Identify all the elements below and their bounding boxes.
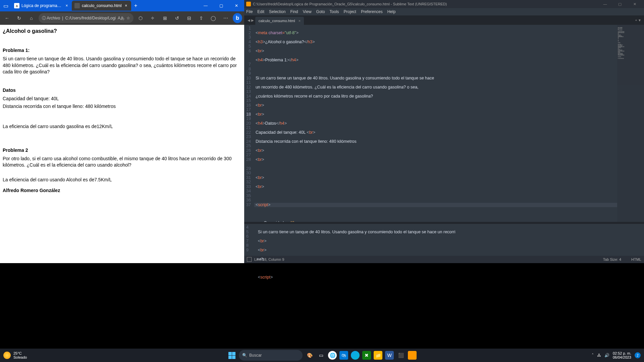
reload-button[interactable]: ↻ [14,13,24,23]
volume-icon[interactable]: 🔊 [604,353,609,358]
problem1-heading: Problema 1: [3,48,241,53]
url-text: C:/Users/fredd/Desktop/Logica... [65,16,116,20]
menu-preferences[interactable]: Preferences [361,9,383,14]
store-icon[interactable]: 🛍 [339,351,348,360]
edge-toolbar: ← ↻ ⌂ ⓘ Archivo | C:/Users/fredd/Desktop… [0,11,244,25]
xbox-icon[interactable]: ✖ [362,351,371,360]
task-view-icon[interactable]: ▭ [317,351,325,360]
tab-favicon: a [14,3,19,8]
edge-icon[interactable] [351,351,360,360]
address-bar[interactable]: ⓘ Archivo | C:/Users/fredd/Desktop/Logic… [39,13,134,23]
code-area[interactable]: 123456 789101112131415161718192021222324… [244,25,644,222]
resultado-alcohol: La eficiencia del carro usando Alcohol e… [3,177,241,183]
problem2-heading: Problema 2 [3,147,241,153]
maximize-button[interactable]: ▢ [213,0,229,11]
notification-badge[interactable]: 2 [635,352,641,358]
edge-titlebar: ▭ a Lógica de programación: Primer × cal… [0,0,244,11]
downloads-icon[interactable]: ⊟ [184,13,194,23]
taskbar-tray: ˄ 🖧 🔊 02:52 p. m. 06/04/2023 2 [592,351,644,359]
tab-actions-icon[interactable]: ▭ [0,3,11,9]
taskbar-clock[interactable]: 02:52 p. m. 06/04/2023 [613,351,631,359]
share-icon[interactable]: ⇪ [196,13,206,23]
more-icon[interactable]: ⋯ [220,13,230,23]
profile-icon[interactable]: ◯ [208,13,218,23]
menu-goto[interactable]: Goto [316,9,325,14]
sublime-menubar: File Edit Selection Find View Goto Tools… [244,8,644,15]
tray-overflow-icon[interactable]: ˄ [592,353,594,358]
windows-taskbar: 25°C Soleado 🔍 Buscar 🎨 ▭ 🌐 🛍 ✖ 📁 W ⬛ ˄ … [0,349,644,362]
tab-favicon [74,3,80,8]
weather-temp: 25°C [13,351,27,355]
favorite-icon[interactable]: ☆ [126,16,130,20]
search-placeholder: Buscar [249,353,262,358]
edge-browser-window: ▭ a Lógica de programación: Primer × cal… [0,0,244,263]
sublime-tabbar: ◀ ▶ calculo_consumo.html × + ▼ [244,15,644,25]
explorer-icon[interactable]: 📁 [374,351,382,360]
tab-close-icon[interactable]: × [124,3,128,8]
code-text[interactable]: <meta charset="utf-8"> <h3>¿Alcohol o ga… [254,25,617,222]
history-icon[interactable]: ↺ [172,13,182,23]
menu-view[interactable]: View [303,9,312,14]
new-tab-button[interactable]: + [131,3,141,9]
sublime-title: C:\Users\fredd\Desktop\Logica de Program… [253,2,598,6]
browser-tab-inactive[interactable]: a Lógica de programación: Primer × [11,1,72,11]
minimap[interactable]: ████ ████████ ████████████ █████████████… [617,25,644,222]
bing-button[interactable]: b [233,13,242,23]
editor-tab-title: calculo_consumo.html [259,19,295,23]
tab-close-icon[interactable]: × [299,19,301,23]
datos-heading: Datos [3,87,241,93]
menu-edit[interactable]: Edit [257,9,264,14]
weather-icon [3,352,11,359]
bottom-gutter: 456789 [244,224,252,256]
problem1-text: Si un carro tiene un tanque de 40 litros… [3,56,241,75]
menu-selection[interactable]: Selection [269,9,285,14]
close-button[interactable]: ✕ [229,0,244,11]
app-icon[interactable]: ⬛ [396,351,405,360]
sublime-editor: 123456 789101112131415161718192021222324… [244,25,644,263]
tab-history-arrows[interactable]: ◀ ▶ [246,18,255,22]
tab-title: Lógica de programación: Primer [21,3,62,8]
network-icon[interactable]: 🖧 [597,353,601,358]
start-button[interactable] [227,351,236,360]
bottom-panel[interactable]: 456789 Si un carro tiene un tanque de 40… [244,224,644,256]
collections-icon[interactable]: ⊞ [160,13,170,23]
sublime-window-controls: — ▢ ✕ [598,0,642,8]
weather-desc: Soleado [13,355,27,359]
dato-distancia: Distancia recorrida con el tanque lleno:… [3,103,241,110]
chrome-icon[interactable]: 🌐 [328,351,337,360]
panel-switcher-icon[interactable] [247,257,252,262]
menu-find[interactable]: Find [290,9,298,14]
url-separator: | [62,16,63,20]
word-icon[interactable]: W [385,351,394,360]
menu-project[interactable]: Project [344,9,356,14]
taskbar-center: 🔍 Buscar 🎨 ▭ 🌐 🛍 ✖ 📁 W ⬛ [227,350,417,361]
minimize-button[interactable]: — [598,0,612,8]
extensions-icon[interactable]: ⬡ [136,13,146,23]
edge-window-controls: — ▢ ✕ [198,0,244,11]
tab-menu-icon[interactable]: + ▼ [635,18,644,22]
minimize-button[interactable]: — [198,0,213,11]
menu-tools[interactable]: Tools [330,9,339,14]
author-heading: Alfredo Romero González [3,188,241,193]
close-button[interactable]: ✕ [627,0,642,8]
tab-close-icon[interactable]: × [64,3,69,8]
favorites-icon[interactable]: ✧ [148,13,158,23]
sublime-body: 123456 789101112131415161718192021222324… [244,25,644,263]
url-scheme-label: ⓘ Archivo [42,15,60,21]
line-gutter: 123456 789101112131415161718192021222324… [244,25,254,222]
sublime-window: C:\Users\fredd\Desktop\Logica de Program… [244,0,644,263]
sublime-taskbar-icon[interactable] [408,351,417,360]
taskbar-search[interactable]: 🔍 Buscar [239,350,303,361]
back-button[interactable]: ← [2,13,12,23]
search-icon: 🔍 [242,353,247,358]
taskbar-weather[interactable]: 25°C Soleado [0,351,27,359]
maximize-button[interactable]: ▢ [612,0,627,8]
copilot-icon[interactable]: 🎨 [305,351,314,360]
read-aloud-icon[interactable]: Aあ [118,15,124,21]
editor-tab[interactable]: calculo_consumo.html × [255,17,304,25]
home-button[interactable]: ⌂ [26,13,36,23]
browser-tab-active[interactable]: calculo_consumo.html × [72,1,131,11]
sublime-icon [246,2,251,6]
menu-file[interactable]: File [246,9,253,14]
menu-help[interactable]: Help [387,9,396,14]
